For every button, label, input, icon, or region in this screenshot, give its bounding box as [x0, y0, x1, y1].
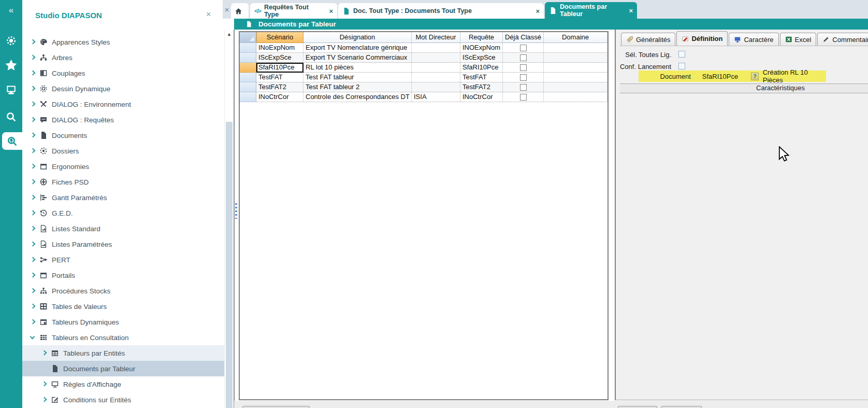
cell-designation[interactable]: Export TV Scenario Commerciaux	[303, 53, 412, 63]
cell-scenario[interactable]: INoCtrCor	[256, 92, 303, 102]
tree-item-ergonomies[interactable]: Ergonomies	[22, 159, 224, 174]
tree-item-fiches-psd[interactable]: Fiches PSD	[22, 174, 224, 190]
tree-item-tableurs-en-consultation[interactable]: Tableurs en Consultation	[22, 330, 224, 345]
row-header[interactable]	[240, 43, 256, 53]
cell-scenario-selected[interactable]: SfaRI10Pce	[256, 63, 303, 73]
monitor-icon[interactable]	[0, 80, 22, 98]
tab-commentaire[interactable]: Commentaire	[817, 33, 868, 46]
tree-item-arbres[interactable]: Arbres	[22, 50, 224, 65]
tab-requetes-tout-type[interactable]: </> Requêtes Tout Type ×	[250, 3, 337, 19]
tree-item-tableurs-par-entites[interactable]: Tableurs par Entités	[22, 345, 224, 361]
column-header-domaine[interactable]: Domaine	[544, 32, 607, 43]
home-tab[interactable]	[231, 3, 249, 19]
deja-classe-checkbox[interactable]	[520, 45, 527, 51]
bottom-button[interactable]	[661, 406, 702, 408]
close-tab-icon[interactable]: ×	[624, 7, 633, 15]
tree-item-dossiers[interactable]: Dossiers	[22, 143, 224, 159]
tab-caractere[interactable]: Caractère	[729, 33, 778, 46]
column-header-requete[interactable]: Requête	[460, 32, 503, 43]
cell-domaine[interactable]	[544, 92, 607, 102]
cell-scenario[interactable]: IScExpSce	[256, 53, 303, 63]
cell-mot-directeur[interactable]: ISIA	[412, 92, 460, 102]
cell-scenario[interactable]: TestFAT	[256, 73, 303, 82]
tree-item-regles-daffichage[interactable]: Règles d'Affichage	[22, 376, 224, 392]
scrollbar-thumb[interactable]	[226, 122, 233, 408]
tree-item-documents[interactable]: Documents	[22, 128, 224, 143]
tree-item-ged[interactable]: G.E.D.	[22, 205, 224, 221]
conf-lancement-checkbox[interactable]	[678, 63, 685, 69]
cell-scenario[interactable]: TestFAT2	[256, 82, 303, 92]
close-tree-panel-button[interactable]: ×	[206, 10, 211, 19]
tab-doc-tout-type[interactable]: Doc. Tout Type : Documents Tout Type ×	[338, 3, 544, 19]
row-header[interactable]	[240, 82, 256, 92]
deja-classe-checkbox[interactable]	[520, 94, 527, 101]
cell-requete[interactable]: SfaRI10Pce	[460, 63, 503, 73]
tree-item-procedures-stocks[interactable]: Procédures Stocks	[22, 283, 224, 299]
search-icon[interactable]	[0, 108, 22, 125]
star-icon[interactable]	[0, 56, 22, 74]
sel-toutes-lig-checkbox[interactable]	[678, 51, 685, 58]
tree-item-pert[interactable]: PERT	[22, 252, 224, 268]
cell-designation[interactable]: RL lot 10 pièces	[303, 63, 412, 73]
cell-designation[interactable]: Test FAT tableur 2	[303, 82, 412, 92]
cell-mot-directeur[interactable]	[412, 53, 460, 63]
tree-item-listes-standard[interactable]: Listes Standard	[22, 221, 224, 236]
tree-scrollbar[interactable]: ▲	[224, 30, 234, 408]
row-header[interactable]	[240, 73, 256, 82]
column-header-scenario[interactable]: Scénario	[256, 32, 303, 43]
cell-requete[interactable]: INoCtrCor	[460, 92, 503, 102]
bottom-button[interactable]	[618, 406, 657, 408]
row-header[interactable]	[240, 53, 256, 63]
scroll-up-arrow[interactable]: ▲	[225, 32, 234, 37]
tree-item-gantt-parametres[interactable]: Gantt Paramétrés	[22, 190, 224, 205]
row-header[interactable]	[240, 63, 256, 73]
tree-item-portails[interactable]: Portails	[22, 268, 224, 283]
deja-classe-checkbox[interactable]	[520, 54, 527, 61]
tree-item-listes-parametrees[interactable]: Listes Paramétrées	[22, 236, 224, 252]
bottom-button[interactable]	[242, 406, 310, 408]
wheel-icon[interactable]	[0, 32, 22, 49]
tree-item-dessin-dynamique[interactable]: Dessin Dynamique	[22, 81, 224, 96]
cell-requete[interactable]: TestFAT2	[460, 82, 503, 92]
tree-item-couplages[interactable]: Couplages	[22, 65, 224, 81]
cell-domaine[interactable]	[544, 63, 607, 73]
tree-item-tableurs-dynamiques[interactable]: Tableurs Dynamiques	[22, 314, 224, 330]
cell-domaine[interactable]	[544, 53, 607, 63]
tree-item-tables-de-valeurs[interactable]: Tables de Valeurs	[22, 299, 224, 314]
column-header-designation[interactable]: Désignation	[303, 32, 412, 43]
cell-mot-directeur[interactable]	[412, 63, 460, 73]
help-button[interactable]: ?	[751, 73, 758, 80]
tab-definition[interactable]: Définition	[676, 31, 728, 46]
cell-scenario[interactable]: INoExpNom	[256, 43, 303, 53]
panel-resize-handle[interactable]	[235, 203, 237, 219]
search-location-icon[interactable]	[2, 132, 22, 150]
tree-item-apparences-styles[interactable]: Apparences Styles	[22, 34, 224, 50]
tab-excel[interactable]: Excel	[780, 33, 817, 46]
row-header[interactable]	[240, 92, 256, 102]
cell-requete[interactable]: TestFAT	[460, 73, 503, 82]
tree-item-dialog-requetes[interactable]: DIALOG : Requêtes	[22, 112, 224, 128]
cell-domaine[interactable]	[544, 43, 607, 53]
column-header-mot-directeur[interactable]: Mot Directeur	[412, 32, 460, 43]
cell-mot-directeur[interactable]	[412, 82, 460, 92]
cell-mot-directeur[interactable]	[412, 73, 460, 82]
tree-item-conditions-sur-entites[interactable]: Conditions sur Entités	[22, 392, 224, 407]
tree-item-dialog-environnement[interactable]: DIALOG : Environnement	[22, 96, 224, 112]
cell-mot-directeur[interactable]	[412, 43, 460, 53]
cell-designation[interactable]: Controle des Correspondances DT	[303, 92, 412, 102]
close-tab-icon[interactable]: ×	[324, 7, 333, 15]
column-header-deja-classe[interactable]: Déjà Classé	[503, 32, 544, 43]
collapse-sidebar-button[interactable]: «	[0, 5, 22, 16]
deja-classe-checkbox[interactable]	[520, 84, 527, 91]
tab-documents-par-tableur[interactable]: Documents par Tableur ×	[545, 2, 637, 19]
cell-requete[interactable]: INOExpNom	[460, 43, 503, 53]
cell-domaine[interactable]	[544, 73, 607, 82]
deja-classe-checkbox[interactable]	[520, 64, 527, 71]
deja-classe-checkbox[interactable]	[520, 74, 527, 81]
cell-requete[interactable]: IScExpSce	[460, 53, 503, 63]
tree-item-documents-par-tableur[interactable]: Documents par Tableur	[22, 361, 224, 376]
select-all-corner-cell[interactable]	[240, 32, 256, 43]
cell-designation[interactable]: Export TV Nomenclature génrique	[303, 43, 412, 53]
tab-generalites[interactable]: Généralités	[621, 33, 675, 46]
cell-domaine[interactable]	[544, 82, 607, 92]
